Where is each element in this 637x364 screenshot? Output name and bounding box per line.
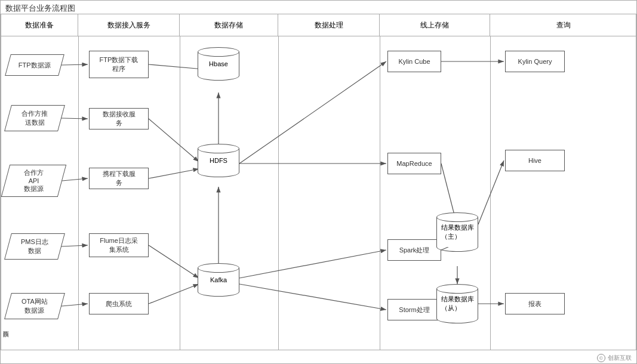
col-header-2: 数据接入服务 bbox=[78, 14, 180, 36]
svg-line-16 bbox=[239, 284, 386, 310]
svg-line-15 bbox=[239, 250, 386, 278]
right-border bbox=[636, 14, 636, 350]
col-header-5: 线上存储 bbox=[380, 14, 490, 36]
svg-line-10 bbox=[149, 284, 199, 304]
page-wrapper: 数据平台业务流程图 数据准备 数据接入服务 数据存储 数据处理 线上存储 查询 … bbox=[0, 0, 637, 364]
watermark-logo: © bbox=[597, 354, 605, 362]
ota-site: OTA网站数据源 bbox=[4, 293, 65, 319]
partner-push: 合作方推送数据 bbox=[4, 105, 65, 131]
svg-line-21 bbox=[478, 161, 504, 224]
svg-line-8 bbox=[149, 169, 199, 178]
hbase-cylinder: Hbase bbox=[198, 47, 239, 81]
col-header-6: 查询 bbox=[490, 14, 636, 36]
kylin-cube: Kylin Cube bbox=[387, 51, 441, 72]
left-border bbox=[1, 14, 1, 350]
col-header-1: 数据准备 bbox=[1, 14, 78, 36]
divider-4 bbox=[380, 36, 380, 350]
svg-line-3 bbox=[62, 178, 88, 181]
bottom-border bbox=[1, 350, 636, 350]
flume: Flume日志采集系统 bbox=[89, 233, 149, 257]
left-label: 陕西 bbox=[1, 303, 10, 350]
kafka-cylinder: Kafka bbox=[198, 263, 239, 297]
col-header-3: 数据存储 bbox=[180, 14, 278, 36]
col-header-4: 数据处理 bbox=[278, 14, 380, 36]
svg-line-9 bbox=[149, 245, 199, 278]
svg-line-1 bbox=[61, 64, 88, 65]
flow-area: FTP数据源 合作方推送数据 合作方API数据源 PMS日志数据 OTA网站数据… bbox=[1, 36, 636, 350]
partner-api: 合作方API数据源 bbox=[1, 165, 66, 197]
spark: Spark处理 bbox=[387, 239, 441, 261]
ftp-download: FTP数据下载程序 bbox=[89, 51, 149, 78]
watermark-text: 创新互联 bbox=[608, 354, 632, 362]
crawl-download: 携程下载服务 bbox=[89, 168, 149, 189]
watermark: © 创新互联 bbox=[597, 354, 632, 362]
storm: Storm处理 bbox=[387, 299, 441, 320]
hive: Hive bbox=[505, 150, 565, 171]
result-db-slave: 结果数据库（从） bbox=[436, 284, 478, 323]
hdfs-cylinder: HDFS bbox=[198, 144, 239, 177]
mapreduce: MapReduce bbox=[387, 153, 441, 174]
data-receive: 数据接收服务 bbox=[89, 108, 149, 129]
result-db-main: 结果数据库（主） bbox=[436, 212, 478, 252]
spider: 爬虫系统 bbox=[89, 293, 149, 314]
svg-line-5 bbox=[61, 304, 88, 306]
svg-line-4 bbox=[61, 245, 88, 246]
ftp-source: FTP数据源 bbox=[5, 54, 64, 76]
kylin-query: Kylin Query bbox=[505, 51, 565, 72]
divider-1 bbox=[78, 36, 79, 350]
divider-5 bbox=[490, 36, 491, 350]
pms-log: PMS日志数据 bbox=[4, 233, 65, 260]
svg-line-7 bbox=[149, 119, 199, 162]
svg-line-12 bbox=[239, 61, 386, 164]
svg-line-6 bbox=[149, 64, 204, 69]
report: 报表 bbox=[505, 293, 565, 314]
svg-line-2 bbox=[61, 118, 88, 119]
divider-2 bbox=[180, 36, 180, 350]
divider-3 bbox=[278, 36, 279, 350]
